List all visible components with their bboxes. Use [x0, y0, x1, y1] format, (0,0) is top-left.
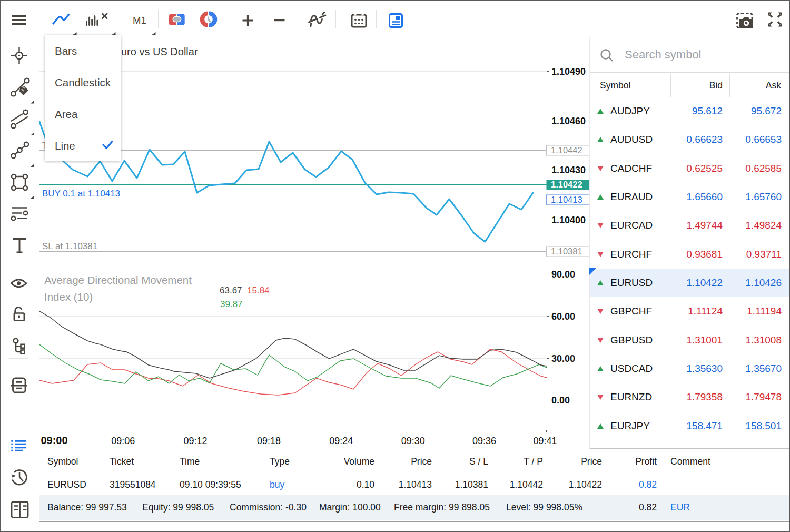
svg-text:M1: M1 — [133, 15, 146, 26]
